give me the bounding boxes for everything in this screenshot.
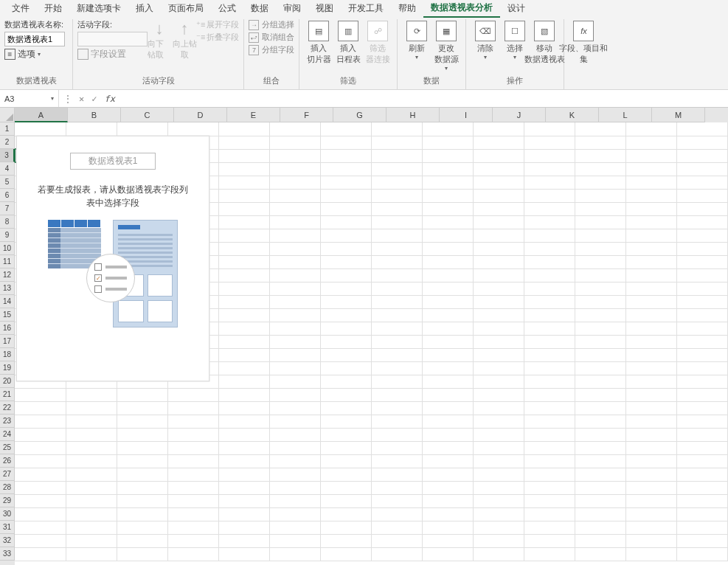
group-data: ⟳ 刷新 ▾ ▦ 更改 数据源 ▾ 数据: [398, 19, 466, 89]
expand-bar-icon[interactable]: ⋮: [63, 94, 72, 104]
expand-field-button: ⁺≡展开字段: [196, 19, 239, 30]
group-field-button: 7分组字段: [249, 44, 294, 55]
tab-4[interactable]: 页面布局: [161, 0, 211, 17]
cancel-icon[interactable]: ✕: [79, 94, 84, 104]
tab-10[interactable]: 帮助: [391, 0, 423, 17]
row-header[interactable]: 9: [0, 229, 15, 242]
col-header[interactable]: G: [333, 108, 386, 122]
row-header[interactable]: 23: [0, 415, 15, 428]
row-header[interactable]: 33: [0, 547, 15, 561]
col-header[interactable]: B: [68, 108, 121, 122]
group-combine: →分组选择 ⮐取消组合 7分组字段 组合: [244, 19, 299, 89]
row-header[interactable]: 21: [0, 388, 15, 401]
options-icon: ≡: [4, 49, 15, 60]
row-header[interactable]: 2: [0, 136, 15, 149]
tab-11[interactable]: 数据透视表分析: [423, 0, 500, 18]
fx-icon: fx: [573, 21, 594, 41]
row-header[interactable]: 5: [0, 176, 15, 189]
row-header[interactable]: 30: [0, 507, 15, 521]
tab-1[interactable]: 开始: [37, 0, 69, 17]
row-header[interactable]: 16: [0, 322, 15, 335]
row-headers[interactable]: 1234567891011121314151617181920212223242…: [0, 122, 15, 565]
pivot-placeholder[interactable]: 数据透视表1 若要生成报表，请从数据透视表字段列 表中选择字段: [16, 136, 209, 381]
field-settings-button[interactable]: 字段设置: [77, 48, 148, 60]
ungroup-icon: ⮐: [249, 32, 259, 43]
row-header[interactable]: 4: [0, 162, 15, 176]
row-header[interactable]: 3: [0, 149, 15, 162]
tab-6[interactable]: 数据: [243, 0, 276, 17]
row-header[interactable]: 26: [0, 454, 15, 468]
fx-icon[interactable]: fx: [104, 94, 114, 104]
drill-down-button: ↓ 向下钻取: [148, 19, 171, 60]
row-header[interactable]: 13: [0, 282, 15, 295]
clear-button[interactable]: ⌫ 清除 ▾: [471, 19, 500, 60]
options-button[interactable]: ≡ 选项 ▾: [4, 48, 68, 60]
row-header[interactable]: 15: [0, 308, 15, 322]
row-header[interactable]: 25: [0, 441, 15, 454]
row-header[interactable]: 18: [0, 348, 15, 361]
fields-items-sets-button[interactable]: fx 字段、项目和 集: [569, 19, 598, 65]
row-header[interactable]: 10: [0, 242, 15, 255]
col-header[interactable]: C: [121, 108, 174, 122]
row-header[interactable]: 19: [0, 361, 15, 375]
pivot-placeholder-graphic: ✓: [48, 220, 178, 327]
row-header[interactable]: 14: [0, 295, 15, 308]
tab-8[interactable]: 视图: [308, 0, 341, 17]
col-header[interactable]: K: [546, 108, 599, 122]
tab-5[interactable]: 公式: [211, 0, 243, 17]
row-header[interactable]: 32: [0, 534, 15, 547]
group-selection-button: →分组选择: [249, 19, 294, 30]
select-all-corner[interactable]: [0, 108, 15, 122]
group-actions: ⌫ 清除 ▾ ☐ 选择 ▾ ▧ 移动 数据透视表 操作: [466, 19, 564, 89]
tab-2[interactable]: 新建选项卡: [69, 0, 128, 17]
row-header[interactable]: 7: [0, 202, 15, 215]
chevron-down-icon: ▾: [38, 51, 41, 58]
col-header[interactable]: E: [227, 108, 280, 122]
tab-0[interactable]: 文件: [4, 0, 37, 17]
col-header[interactable]: J: [493, 108, 546, 122]
change-source-button[interactable]: ▦ 更改 数据源 ▾: [431, 19, 461, 72]
confirm-icon[interactable]: ✓: [91, 94, 97, 104]
filter-connections-button: ☍ 筛选 器连接: [363, 19, 392, 65]
col-header[interactable]: L: [599, 108, 652, 122]
col-header[interactable]: D: [174, 108, 227, 122]
col-header[interactable]: I: [440, 108, 493, 122]
row-header[interactable]: 22: [0, 401, 15, 415]
tab-7[interactable]: 审阅: [276, 0, 308, 17]
row-header[interactable]: 6: [0, 189, 15, 202]
row-header[interactable]: 27: [0, 468, 15, 481]
insert-slicer-button[interactable]: ▤ 插入 切片器: [304, 19, 333, 65]
row-header[interactable]: 17: [0, 335, 15, 348]
row-header[interactable]: 29: [0, 494, 15, 507]
col-header[interactable]: M: [652, 108, 705, 122]
group-pivot-name: 数据透视表名称: ≡ 选项 ▾ 数据透视表: [0, 19, 73, 89]
drill-up-button: ↑ 向上钻 取: [173, 19, 196, 60]
row-header[interactable]: 31: [0, 521, 15, 534]
row-header[interactable]: 1: [0, 122, 15, 136]
column-headers[interactable]: ABCDEFGHIJKLM: [15, 108, 728, 122]
col-header[interactable]: A: [15, 108, 68, 122]
row-header[interactable]: 8: [0, 215, 15, 229]
col-header[interactable]: F: [280, 108, 333, 122]
row-header[interactable]: 12: [0, 268, 15, 282]
active-field-box[interactable]: [77, 32, 148, 46]
tab-9[interactable]: 开发工具: [341, 0, 391, 17]
spreadsheet-grid[interactable]: ABCDEFGHIJKLM 12345678910111213141516171…: [0, 108, 728, 565]
pivot-name-input[interactable]: [4, 32, 65, 46]
menu-tabs: 文件开始新建选项卡插入页面布局公式数据审阅视图开发工具帮助数据透视表分析设计: [0, 0, 728, 16]
tab-3[interactable]: 插入: [128, 0, 161, 17]
row-header[interactable]: 28: [0, 481, 15, 494]
row-header[interactable]: 20: [0, 375, 15, 388]
chevron-down-icon: ▾: [513, 54, 516, 60]
tab-12[interactable]: 设计: [500, 0, 533, 17]
refresh-button[interactable]: ⟳ 刷新 ▾: [402, 19, 431, 60]
insert-timeline-button[interactable]: ▥ 插入 日程表: [333, 19, 363, 65]
col-header[interactable]: H: [386, 108, 440, 122]
row-header[interactable]: 24: [0, 428, 15, 441]
ribbon: 数据透视表名称: ≡ 选项 ▾ 数据透视表 活动字段: 字段设置: [0, 16, 728, 90]
row-header[interactable]: 11: [0, 255, 15, 268]
clear-icon: ⌫: [475, 21, 496, 41]
name-box[interactable]: A3 ▾: [0, 90, 59, 107]
move-pivot-button[interactable]: ▧ 移动 数据透视表: [530, 19, 559, 65]
group-sel-icon: →: [249, 20, 259, 30]
